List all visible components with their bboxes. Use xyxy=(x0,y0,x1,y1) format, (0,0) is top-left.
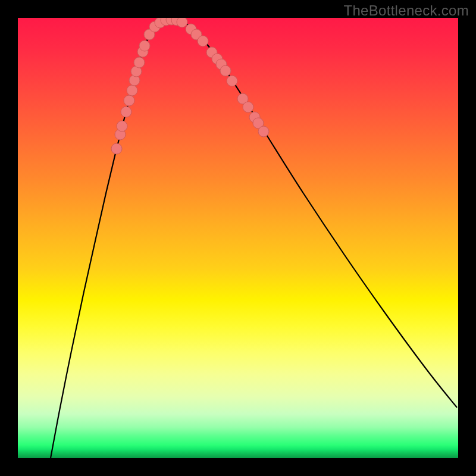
curve-layer xyxy=(18,18,458,458)
data-dot xyxy=(258,126,269,137)
data-dot xyxy=(127,85,137,96)
watermark-text: TheBottleneck.com xyxy=(343,2,469,19)
data-dot xyxy=(124,95,134,106)
data-dot xyxy=(220,65,231,76)
data-dot xyxy=(177,18,187,27)
data-dot xyxy=(121,107,131,117)
data-dot xyxy=(117,121,127,131)
bottleneck-curve xyxy=(51,20,457,458)
data-dots xyxy=(111,18,269,154)
plot-area xyxy=(18,18,458,458)
data-dot xyxy=(111,143,122,154)
data-dot xyxy=(134,57,145,68)
data-dot xyxy=(198,36,208,46)
chart-frame: TheBottleneck.com xyxy=(0,0,476,476)
data-dot xyxy=(139,40,150,51)
data-dot xyxy=(243,102,253,112)
data-dot xyxy=(227,76,237,86)
